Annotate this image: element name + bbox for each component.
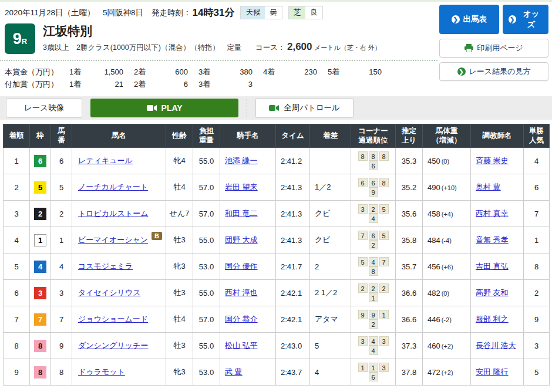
load-weight: 53.0 [193,254,220,280]
load-weight: 57.0 [193,201,220,227]
sex-age: 牡4 [166,174,193,201]
horse-number: 9 [51,333,72,359]
horse-name-link[interactable]: ビーマイオーシャン [78,235,148,244]
col-horse-name: 馬名 [72,124,166,148]
popularity: 1 [524,227,550,254]
sex-age: 牡3 [166,227,193,254]
popularity: 8 [524,254,550,280]
time: 2:41.3 [276,227,310,254]
horse-name-link[interactable]: ドゥラモット [78,367,125,376]
col-time: タイム [276,124,310,148]
jockey-link[interactable]: 国分 優作 [225,262,258,271]
last3f: 36.6 [396,306,423,333]
horse-name-link[interactable]: タイセイシリウス [78,288,140,297]
race-title-block: 江坂特別 3歳以上 2勝クラス(1000万円以下)（混合）（特指） 定量 コース… [43,23,381,53]
weather-box: 天候 曇 [240,6,282,19]
jockey-link[interactable]: 武 豊 [225,367,243,376]
table-row: 7 7 7 ジョウショームード 牡4 57.0 国分 恭介 2:42.1 アタマ… [4,306,550,333]
horse-name-link[interactable]: トロピカルストーム [78,209,148,218]
turf-condition-box: 芝 良 [288,6,323,19]
course-label: コース： [255,43,285,52]
race-date: 2020年11月28日（土曜） 5回阪神8日 [5,8,143,18]
table-row: 8 8 9 ダンシングリッチー 牡3 55.0 松山 弘平 2:43.0 5 3… [4,333,550,359]
trainer-link[interactable]: 吉田 直弘 [476,262,509,271]
jockey-link[interactable]: 松山 弘平 [225,341,258,350]
margin: クビ [310,227,351,254]
print-page-button[interactable]: 印刷用ページ [439,39,548,58]
video-camera-icon [147,104,157,111]
how-to-read-button[interactable]: ❯ レース結果の見方 [439,62,548,81]
shutsuba-button[interactable]: ❯ 出馬表 [439,5,499,34]
table-row: 4 1 1 ビーマイオーシャンB 牡3 55.0 団野 大成 2:41.3 クビ… [4,227,550,254]
table-row: 2 5 5 ノーチカルチャート 牡4 57.0 岩田 望来 2:41.3 1／2… [4,174,550,201]
popularity: 4 [524,148,550,174]
race-header: 9 R 江坂特別 3歳以上 2勝クラス(1000万円以下)（混合）（特指） 定量… [0,21,437,61]
trainer-link[interactable]: 斉藤 崇史 [476,156,509,165]
jockey-link[interactable]: 池添 謙一 [225,156,258,165]
margin [310,148,351,174]
trainer-link[interactable]: 音無 秀孝 [476,235,509,244]
col-popularity: 単勝 人気 [524,124,550,148]
prize-value: 1,500 [89,66,123,78]
load-weight: 57.0 [193,306,220,333]
table-header-row: 着順 枠 馬 番 馬名 性齢 負担 重量 騎手名 タイム 着差 コーナー 通過順… [4,124,550,148]
waku-badge: 3 [34,287,46,299]
waku-badge: 7 [34,313,46,326]
corner-positions: 1136 [351,359,396,386]
jockey-link[interactable]: 国分 恭介 [225,315,258,323]
horse-number: 2 [51,201,72,227]
prize-value: 3 [218,78,253,90]
blue-buttons-row: ❯ 出馬表 ❯ オッズ [439,5,548,34]
horse-weight: 482(0) [423,280,471,306]
divider [247,99,247,117]
horse-name-link[interactable]: コスモジェミラ [78,262,133,271]
waku-badge: 2 [34,208,46,220]
col-horse-weight: 馬体重 （増減） [423,124,471,148]
sex-age: 牝3 [166,254,193,280]
patrol-video-button[interactable]: 全周パトロール [255,98,354,118]
turf-label: 芝 [289,6,306,19]
time: 2:43.0 [276,333,310,359]
jockey-link[interactable]: 和田 竜二 [225,209,258,218]
prize-place: 1着 [69,78,89,90]
corner-positions: 7652 [351,227,396,254]
additional-prize-label: 付加賞（万円） [5,78,69,90]
trainer-link[interactable]: 服部 利之 [476,315,509,323]
popularity: 7 [524,201,550,227]
horse-name-link[interactable]: ノーチカルチャート [78,183,148,191]
horse-number: 1 [51,227,72,254]
start-time-label: 発走時刻： [152,8,191,18]
col-finish: 着順 [4,124,30,148]
jockey-link[interactable]: 西村 淳也 [225,288,258,297]
time: 2:41.3 [276,201,310,227]
horse-number: 3 [51,280,72,306]
race-results-table: 着順 枠 馬 番 馬名 性齢 負担 重量 騎手名 タイム 着差 コーナー 通過順… [3,124,550,386]
last3f: 35.3 [396,148,423,174]
horse-weight: 490(+10) [423,174,471,201]
prize-value: 230 [283,66,317,78]
race-conditions: 3歳以上 2勝クラス(1000万円以下)（混合）（特指） 定量 コース： 2,6… [43,41,381,53]
trainer-link[interactable]: 西村 真幸 [476,209,509,218]
trainer-link[interactable]: 高野 友和 [476,288,509,297]
horse-name-link[interactable]: ダンシングリッチー [78,341,148,350]
jockey-link[interactable]: 岩田 望来 [225,183,258,191]
trainer-link[interactable]: 安田 隆行 [476,367,509,376]
race-number: 9 [13,30,22,48]
main-prize-label: 本賞金（万円） [5,66,69,78]
trainer-link[interactable]: 奥村 豊 [476,183,501,191]
load-weight: 55.0 [193,227,220,254]
trainer-link[interactable]: 長谷川 浩大 [476,341,516,350]
margin: 5 [310,333,351,359]
jockey-link[interactable]: 団野 大成 [225,235,258,244]
arrow-circle-icon: ❯ [509,15,516,23]
horse-name-link[interactable]: レティキュール [78,156,133,165]
odds-button[interactable]: ❯ オッズ [503,5,548,34]
horse-name-link[interactable]: ジョウショームード [78,315,148,323]
margin: クビ [310,201,351,227]
margin: アタマ [310,306,351,333]
last3f: 37.3 [396,333,423,359]
col-trainer: 調教師名 [471,124,524,148]
play-button[interactable]: PLAY [90,99,238,117]
race-video-button[interactable]: レース映像 [6,98,82,118]
corner-positions: 8886 [351,148,396,174]
